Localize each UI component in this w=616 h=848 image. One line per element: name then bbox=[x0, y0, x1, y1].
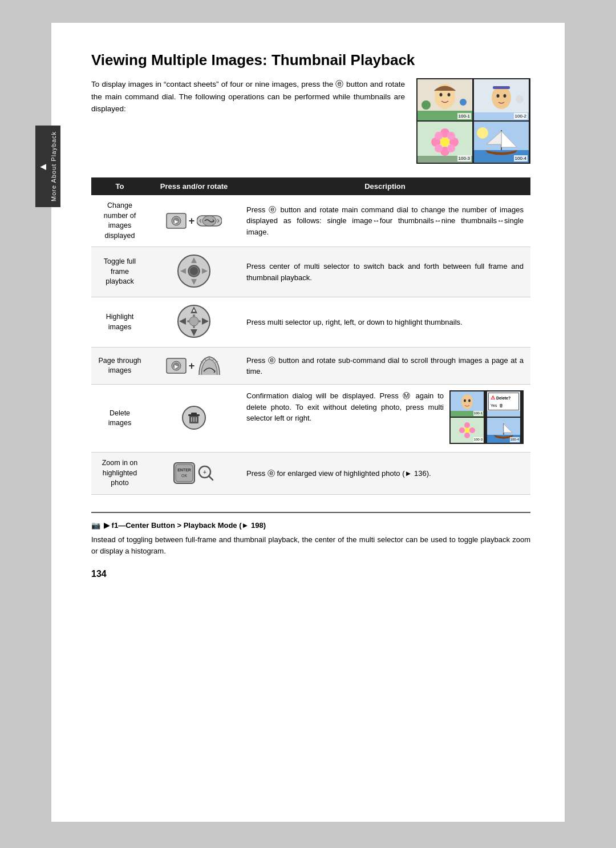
row2-icon bbox=[148, 247, 240, 297]
table-row: Page through images ▶ + bbox=[91, 348, 530, 385]
page: ▶ More About Playback Viewing Multiple I… bbox=[51, 23, 565, 822]
svg-text:OK: OK bbox=[181, 474, 187, 478]
svg-text:▲: ▲ bbox=[192, 308, 196, 313]
svg-rect-78 bbox=[487, 411, 520, 417]
camera-icon: 📷 bbox=[91, 521, 100, 530]
row3-icon: ▲ bbox=[148, 297, 240, 348]
thumbnail-grid-illustration: 100-1 100-2 bbox=[416, 78, 530, 164]
row4-desc: Press ⓔ button and rotate sub-command di… bbox=[240, 348, 530, 385]
delete-mini-2: ⚠ Delete? Yes 🗑 bbox=[487, 391, 520, 417]
thumb-1: 100-1 bbox=[418, 79, 472, 120]
row5-desc: Confirmation dialog will be displayed. P… bbox=[240, 385, 530, 453]
svg-point-83 bbox=[459, 427, 465, 433]
row2-to: Toggle full frame playback bbox=[91, 247, 148, 297]
intro-text: To display images in “contact sheets” of… bbox=[91, 78, 405, 164]
svg-rect-65 bbox=[191, 413, 197, 415]
thumb-label-3: 100-3 bbox=[457, 155, 471, 161]
svg-point-10 bbox=[504, 94, 506, 98]
svg-point-49 bbox=[193, 314, 195, 317]
row6-icon: ENTER OK + bbox=[148, 453, 240, 495]
svg-rect-11 bbox=[493, 86, 510, 89]
table-row: Zoom in on highlighted photo ENTER OK bbox=[91, 453, 530, 495]
delete-description: Confirmation dialog will be displayed. P… bbox=[246, 390, 444, 424]
row5-icon bbox=[148, 385, 240, 453]
col-header-press: Press and/or rotate bbox=[148, 177, 240, 195]
svg-point-80 bbox=[464, 427, 470, 433]
delete-yes: Yes bbox=[491, 403, 497, 409]
svg-point-8 bbox=[492, 86, 511, 109]
delete-mini-3: 100-3 bbox=[451, 418, 484, 443]
svg-point-13 bbox=[516, 95, 524, 103]
svg-point-50 bbox=[198, 320, 201, 322]
svg-point-2 bbox=[440, 93, 443, 96]
delete-preview-grid: 100-1 bbox=[449, 390, 524, 446]
table-row: Highlight images ▲ bbox=[91, 297, 530, 348]
svg-point-6 bbox=[460, 99, 467, 106]
sidebar-icon: ▶ bbox=[39, 163, 48, 172]
svg-point-81 bbox=[464, 422, 470, 428]
table-row: Change number of images displayed ▶ + bbox=[91, 195, 530, 247]
thumb-4: 100-4 bbox=[474, 122, 529, 163]
thumb-label-4: 100-4 bbox=[514, 155, 528, 161]
delete-mini-1: 100-1 bbox=[451, 391, 484, 417]
sidebar-tab: ▶ More About Playback bbox=[35, 126, 60, 207]
row6-to: Zoom in on highlighted photo bbox=[91, 453, 148, 495]
intro-section: To display images in “contact sheets” of… bbox=[91, 78, 530, 164]
row4-to: Page through images bbox=[91, 348, 148, 385]
row4-icon: ▶ + bbox=[148, 348, 240, 385]
row3-to: Highlight images bbox=[91, 297, 148, 348]
delete-mini-4: 100-4 bbox=[487, 418, 520, 443]
svg-point-5 bbox=[422, 100, 431, 110]
svg-point-28 bbox=[477, 127, 488, 139]
row1-desc: Press ⓔ button and rotate main command d… bbox=[240, 195, 530, 247]
svg-point-48 bbox=[189, 317, 198, 326]
col-header-desc: Description bbox=[240, 177, 530, 195]
svg-point-51 bbox=[193, 326, 195, 328]
page-title: Viewing Multiple Images: Thumbnail Playb… bbox=[91, 51, 530, 69]
bottom-note-title: 📷 ▶ f1—Center Button > Playback Mode (► … bbox=[91, 521, 530, 530]
svg-point-71 bbox=[464, 399, 466, 402]
svg-text:▶: ▶ bbox=[175, 219, 179, 224]
svg-point-9 bbox=[497, 94, 500, 98]
svg-point-3 bbox=[448, 93, 451, 96]
svg-text:▶: ▶ bbox=[175, 364, 179, 369]
thumb-3: 100-3 bbox=[418, 122, 472, 163]
operations-table: To Press and/or rotate Description Chang… bbox=[91, 177, 530, 495]
row1-icon: ▶ + bbox=[148, 195, 240, 247]
thumb-2: 100-2 bbox=[474, 79, 529, 120]
svg-point-21 bbox=[447, 132, 455, 140]
svg-rect-89 bbox=[176, 465, 193, 482]
table-row: Delete images bbox=[91, 385, 530, 453]
svg-point-52 bbox=[187, 320, 189, 322]
svg-line-94 bbox=[209, 476, 213, 480]
svg-point-15 bbox=[440, 138, 449, 147]
row3-desc: Press multi selector up, right, left, or… bbox=[240, 297, 530, 348]
svg-text:+: + bbox=[203, 469, 206, 475]
thumb-label-2: 100-2 bbox=[514, 113, 528, 119]
col-header-to: To bbox=[91, 177, 148, 195]
row2-desc: Press center of multi selector to switch… bbox=[240, 247, 530, 297]
svg-point-72 bbox=[468, 399, 471, 402]
svg-point-23 bbox=[447, 144, 455, 152]
svg-point-70 bbox=[461, 394, 473, 409]
bottom-note-text: Instead of toggling between full-frame a… bbox=[91, 534, 530, 558]
row5-to: Delete images bbox=[91, 385, 148, 453]
row6-desc: Press ⓔ for enlarged view of highlighted… bbox=[240, 453, 530, 495]
svg-text:ENTER: ENTER bbox=[177, 468, 191, 472]
page-number: 134 bbox=[91, 569, 530, 579]
delete-dialog-title: Delete? bbox=[496, 395, 510, 402]
svg-point-41 bbox=[190, 267, 198, 275]
plus-icon-2: + bbox=[189, 360, 195, 372]
thumb-label-1: 100-1 bbox=[457, 113, 471, 119]
delete-trash-icon: 🗑 bbox=[499, 403, 503, 409]
table-row: Toggle full frame playback bbox=[91, 247, 530, 297]
svg-point-20 bbox=[435, 132, 443, 140]
svg-point-22 bbox=[435, 144, 443, 152]
svg-point-82 bbox=[464, 433, 470, 438]
bottom-note: 📷 ▶ f1—Center Button > Playback Mode (► … bbox=[91, 512, 530, 558]
row1-to: Change number of images displayed bbox=[91, 195, 148, 247]
bottom-note-title-text: ▶ f1—Center Button > Playback Mode (► 19… bbox=[104, 521, 266, 530]
svg-point-84 bbox=[469, 427, 475, 433]
sidebar-label: More About Playback bbox=[50, 131, 57, 201]
plus-icon: + bbox=[189, 215, 195, 227]
